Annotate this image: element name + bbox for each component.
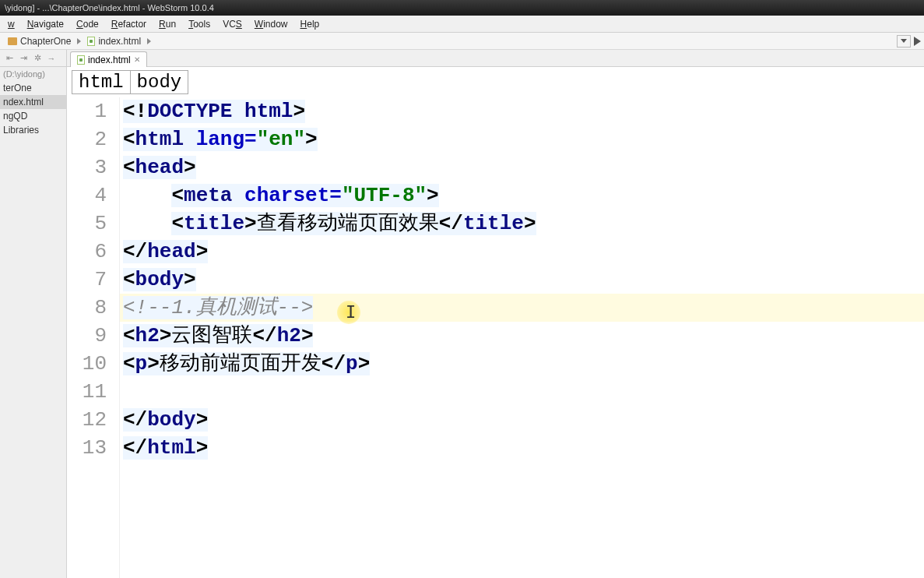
- line-number: 13: [67, 434, 107, 462]
- line-number: 1: [67, 97, 107, 125]
- breadcrumb-folder[interactable]: ChapterOne: [3, 34, 76, 48]
- breadcrumb-folder-label: ChapterOne: [20, 36, 71, 47]
- expand-icon[interactable]: ⇥: [17, 52, 30, 65]
- tab-index-html[interactable]: index.html ✕: [70, 51, 147, 67]
- project-sidebar[interactable]: (D:\yidong) terOnendex.htmlngQDLibraries: [0, 67, 67, 578]
- sidebar-item[interactable]: ngQD: [0, 109, 66, 123]
- breadcrumb-file-label: index.html: [98, 36, 141, 47]
- menubar: wNavigateCodeRefactorRunToolsVCSWindowHe…: [0, 16, 924, 33]
- code-editor[interactable]: htmlbody 12345678910111213 <!DOCTYPE htm…: [67, 67, 924, 578]
- code-line[interactable]: <title>查看移动端页面效果</title>: [120, 210, 924, 238]
- code-line[interactable]: <!DOCTYPE html>: [120, 97, 924, 125]
- editor-tabs: index.html ✕: [67, 50, 147, 67]
- line-number: 4: [67, 182, 107, 210]
- line-number: 3: [67, 153, 107, 182]
- line-gutter: 12345678910111213: [67, 97, 120, 578]
- breadcrumb-dropdown-button[interactable]: [897, 35, 911, 48]
- code-area[interactable]: 12345678910111213 <!DOCTYPE html><html l…: [67, 97, 924, 578]
- menu-item-help[interactable]: Help: [294, 17, 326, 31]
- code-line[interactable]: <head>: [120, 153, 924, 182]
- chevron-right-icon: [77, 38, 81, 44]
- chevron-right-icon: [147, 38, 151, 44]
- code-line[interactable]: </html>: [120, 434, 924, 462]
- menu-item-run[interactable]: Run: [153, 17, 182, 31]
- menu-item-code[interactable]: Code: [70, 17, 105, 31]
- breadcrumb-file[interactable]: index.html: [83, 34, 146, 48]
- code-line[interactable]: <html lang="en">: [120, 125, 924, 153]
- folder-icon: [8, 37, 17, 45]
- code-line[interactable]: <meta charset="UTF-8">: [120, 182, 924, 210]
- breadcrumb-bar: ChapterOne index.html: [0, 33, 924, 50]
- code-line[interactable]: <p>移动前端页面开发</p>: [120, 350, 924, 378]
- sidebar-item[interactable]: ndex.html: [0, 95, 66, 109]
- line-number: 9: [67, 322, 107, 350]
- tag-crumb-segment[interactable]: html: [72, 70, 131, 94]
- menu-item-window[interactable]: Window: [248, 17, 294, 31]
- sidebar-item[interactable]: terOne: [0, 81, 66, 95]
- tag-breadcrumb: htmlbody: [67, 67, 924, 97]
- line-number: 5: [67, 210, 107, 238]
- menu-item-navigate[interactable]: Navigate: [21, 17, 70, 31]
- line-number: 7: [67, 266, 107, 294]
- line-number: 10: [67, 350, 107, 378]
- line-number: 2: [67, 125, 107, 153]
- line-number: 11: [67, 378, 107, 406]
- html-file-icon: [87, 37, 95, 46]
- window-title: \yidong] - ...\ChapterOne\index.html - W…: [5, 3, 214, 12]
- close-icon[interactable]: ✕: [134, 55, 140, 64]
- code-line[interactable]: </head>: [120, 238, 924, 266]
- menu-item-tools[interactable]: Tools: [182, 17, 216, 31]
- project-root[interactable]: (D:\yidong): [0, 67, 66, 81]
- code-line[interactable]: <body>: [120, 266, 924, 294]
- tag-crumb-segment[interactable]: body: [131, 70, 189, 94]
- sidebar-item[interactable]: Libraries: [0, 123, 66, 137]
- menu-item-vcs[interactable]: VCS: [216, 17, 248, 31]
- code-line[interactable]: </body>: [120, 406, 924, 434]
- tab-label: index.html: [88, 55, 131, 65]
- run-button[interactable]: [914, 37, 921, 46]
- hide-icon[interactable]: →: [45, 52, 58, 65]
- menu-item-refactor[interactable]: Refactor: [105, 17, 153, 31]
- code-line[interactable]: <h2>云图智联</h2>: [120, 322, 924, 350]
- line-number: 6: [67, 238, 107, 266]
- project-toolbar: ⇤ ⇥ ✲ →: [0, 50, 67, 66]
- code-line[interactable]: <!--1.真机测试-->: [120, 294, 924, 322]
- html-file-icon: [77, 55, 85, 65]
- toolbar-row: ⇤ ⇥ ✲ → index.html ✕: [0, 50, 924, 67]
- code-line[interactable]: [120, 378, 924, 406]
- menu-item-w[interactable]: w: [2, 17, 21, 31]
- triangle-down-icon: [901, 39, 907, 43]
- collapse-icon[interactable]: ⇤: [3, 52, 16, 65]
- titlebar: \yidong] - ...\ChapterOne\index.html - W…: [0, 0, 924, 16]
- gear-icon[interactable]: ✲: [31, 52, 44, 65]
- line-number: 12: [67, 406, 107, 434]
- line-number: 8: [67, 294, 107, 322]
